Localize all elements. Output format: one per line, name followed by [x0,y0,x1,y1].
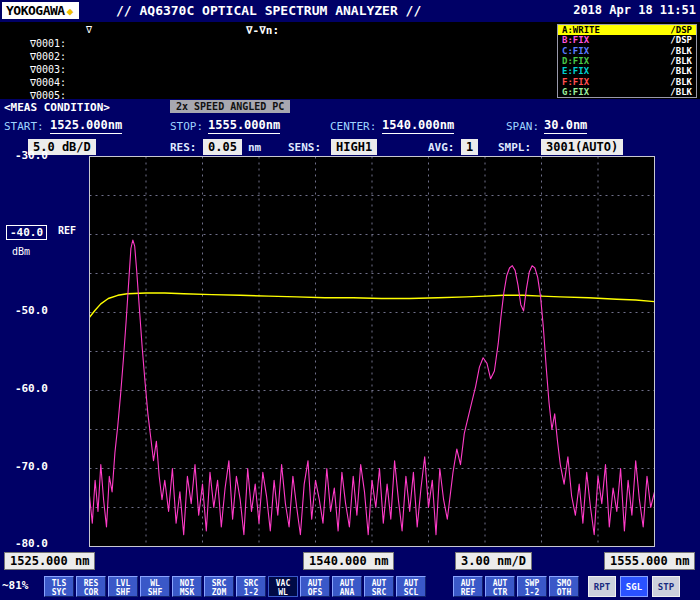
marker-solo-symbol: ∇ [86,24,92,35]
start-label: START: [4,120,44,133]
softkey-smo-oth[interactable]: SMOOTH [549,576,579,597]
y-label--60: -60.0 [2,382,48,395]
softkey-aut-ref[interactable]: AUTREF [453,576,483,597]
trace-status: /BLK [670,46,692,56]
page-title: // AQ6370C OPTICAL SPECTRUM ANALYZER // [116,3,421,18]
plot-area [89,156,655,547]
marker-row: ∇0001: [30,37,66,50]
ref-level-box: -40.0 [6,225,47,240]
trace-status: /DSP [670,35,692,45]
spectrum-plot [89,156,655,547]
trace-label: E:FIX [562,66,589,76]
ref-tag: REF [58,225,76,236]
x-right-readout: 1555.000 nm [604,552,695,570]
softkey-res-cor[interactable]: RESCOR [76,576,106,597]
trace-panel: A:WRITE/DSPB:FIX/DSPC:FIX/BLKD:FIX/BLKE:… [557,24,697,98]
speed-connector-badge: 2x SPEED ANGLED PC [170,100,290,113]
stop-value[interactable]: 1555.000nm [208,118,280,134]
trace-row-f[interactable]: F:FIX/BLK [558,76,696,86]
marker-table-header: ∇-∇n: [246,24,279,37]
datetime: 2018 Apr 18 11:51 [573,3,696,17]
trace-row-d[interactable]: D:FIX/BLK [558,56,696,66]
sens-field[interactable]: HIGH1 [331,139,377,155]
trace-status: /BLK [670,66,692,76]
span-label: SPAN: [506,120,539,133]
avg-label: AVG: [428,141,455,154]
run-button-rpt[interactable]: RPT [588,576,616,597]
x-center-readout: 1540.000 nm [303,552,394,570]
softkey-wl-shf[interactable]: WLSHF [140,576,170,597]
trace-row-b[interactable]: B:FIX/DSP [558,35,696,45]
softkey-aut-src[interactable]: AUTSRC [364,576,394,597]
trace-row-c[interactable]: C:FIX/BLK [558,46,696,56]
x-div-readout: 3.00 nm/D [455,552,532,570]
trace-label: F:FIX [562,77,589,87]
y-label--30: -30.0 [2,149,48,162]
logo-text: YOKOGAWA [6,3,65,18]
center-value[interactable]: 1540.000nm [382,118,454,134]
softkey-vac-wl[interactable]: VACWL [268,576,298,597]
y-label--70: -70.0 [2,460,48,473]
res-field[interactable]: 0.05 [203,139,242,155]
softkey-bar: TLSSYCRESCORLVLSHFWLSHFNOIMSKSRCZOMSRC1-… [44,576,579,597]
run-button-stp[interactable]: STP [652,576,680,597]
trace-label: C:FIX [562,46,589,56]
softkey-tls-syc[interactable]: TLSSYC [44,576,74,597]
smpl-field[interactable]: 3001(AUTO) [541,139,623,155]
osa-screen: YOKOGAWA◆ // AQ6370C OPTICAL SPECTRUM AN… [0,0,700,600]
smpl-label: SMPL: [498,141,531,154]
softkey-lvl-shf[interactable]: LVLSHF [108,576,138,597]
softkey-noi-msk[interactable]: NOIMSK [172,576,202,597]
y-label--50: -50.0 [2,304,48,317]
run-button-sgl[interactable]: SGL [620,576,648,597]
level-indicator: ~81% [2,579,29,592]
stop-label: STOP: [170,120,203,133]
start-value[interactable]: 1525.000nm [50,118,122,134]
trace-row-e[interactable]: E:FIX/BLK [558,66,696,76]
trace-status: /BLK [670,56,692,66]
trace-status: /BLK [670,77,692,87]
span-value[interactable]: 30.0nm [544,118,587,134]
trace-label: A:WRITE [562,25,600,35]
softkey-swp-1-2[interactable]: SWP1-2 [517,576,547,597]
trace-row-a[interactable]: A:WRITE/DSP [558,25,696,35]
softkey-aut-scl[interactable]: AUTSCL [396,576,426,597]
trace-status: /DSP [670,25,692,35]
marker-panel: ∇ ∇-∇n: ∇0001:∇0002:∇0003:∇0004:∇0005: A… [0,22,700,99]
trace-label: G:FIX [562,87,589,97]
marker-list: ∇0001:∇0002:∇0003:∇0004:∇0005: [30,37,66,102]
avg-field[interactable]: 1 [461,139,478,155]
center-label: CENTER: [330,120,376,133]
yokogawa-logo: YOKOGAWA◆ [2,2,79,19]
softkey-aut-ana[interactable]: AUTANA [332,576,362,597]
softkey-aut-ctr[interactable]: AUTCTR [485,576,515,597]
y-unit-label: dBm [12,246,30,257]
softkey-src-zom[interactable]: SRCZOM [204,576,234,597]
trace-label: D:FIX [562,56,589,66]
trace-status: /BLK [670,87,692,97]
trace-label: B:FIX [562,35,589,45]
x-left-readout: 1525.000 nm [4,552,95,570]
yokogawa-diamond-icon: ◆ [67,5,73,18]
marker-row: ∇0002: [30,50,66,63]
run-buttons: RPTSGLSTP [588,576,680,597]
marker-row: ∇0003: [30,63,66,76]
marker-row: ∇0004: [30,76,66,89]
softkey-src-1-2[interactable]: SRC1-2 [236,576,266,597]
trace-row-g[interactable]: G:FIX/BLK [558,87,696,97]
meas-condition-title: <MEAS CONDITION> [4,101,110,114]
res-unit: nm [248,141,261,154]
softkey-aut-ofs[interactable]: AUTOFS [300,576,330,597]
sens-label: SENS: [288,141,321,154]
y-label--80: -80.0 [2,537,48,550]
res-label: RES: [170,141,197,154]
